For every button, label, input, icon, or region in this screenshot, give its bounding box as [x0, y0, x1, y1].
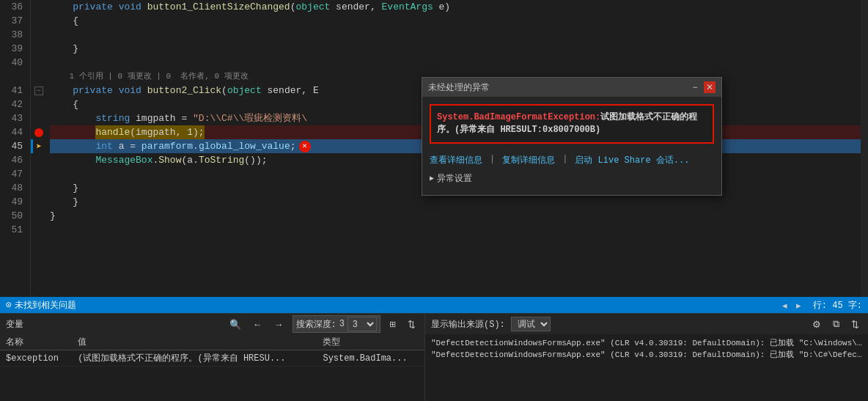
gutter-45: ➤ — [31, 139, 47, 153]
variables-panel: 变量 🔍 ← → 搜索深度: 3 3 5 10 — [0, 314, 425, 401]
line-48: 48 — [6, 181, 23, 195]
gutter-36 — [31, 0, 47, 14]
line-41: 41 — [6, 84, 23, 98]
code-line-50: } — [50, 209, 861, 223]
exception-dialog: 未经处理的异常 − ✕ System.BadImageFormatExcepti… — [422, 77, 722, 196]
warning-icon: ⊙ — [6, 299, 12, 311]
variables-table: 名称 值 类型 $exception (试图加载格式不正确的程序。(异常来自 H… — [0, 334, 424, 401]
output-line-2: "DefectDetectionWindowsFormsApp.exe" (CL… — [431, 349, 862, 361]
nav-back-button[interactable]: ← — [250, 317, 265, 331]
dialog-title: 未经处理的异常 — [428, 81, 490, 94]
line-40: 40 — [6, 56, 23, 70]
line-36: 36 — [6, 0, 23, 14]
exception-settings-label: 异常设置 — [437, 172, 472, 185]
line-42: 42 — [6, 98, 23, 111]
dialog-close-button[interactable]: ✕ — [704, 81, 716, 93]
bottom-area: 变量 🔍 ← → 搜索深度: 3 3 5 10 — [0, 313, 868, 401]
nav-forward-button[interactable]: → — [271, 317, 287, 331]
expand-button[interactable]: ⇅ — [405, 317, 419, 331]
status-nav-right[interactable]: ▸ — [793, 298, 804, 312]
var-name: $exception — [0, 350, 72, 367]
variables-header: 变量 🔍 ← → 搜索深度: 3 3 5 10 — [0, 314, 424, 334]
output-panel: 显示输出来源(S): 调试 ⚙ ⧉ ⇅ "DefectDetectionWind… — [425, 314, 868, 401]
live-share-link[interactable]: 启动 Live Share 会话... — [575, 154, 689, 166]
dialog-minimize-button[interactable]: − — [689, 81, 701, 93]
gutter-41: − — [31, 84, 47, 98]
line-col-text: 行: 45 字: — [813, 299, 862, 312]
gutter-43 — [31, 111, 47, 125]
search-depth-label: 搜索深度: — [296, 318, 336, 331]
editor-gutter: − ➤ — [31, 0, 47, 297]
code-line-40 — [50, 56, 861, 70]
output-copy-btn[interactable]: ⧉ — [830, 317, 842, 331]
line-43: 43 — [6, 111, 23, 125]
variables-toolbar: 🔍 ← → 搜索深度: 3 3 5 10 ⊞ — [227, 315, 419, 333]
line-49: 49 — [6, 195, 23, 209]
editor-area: 36 37 38 39 40 41 42 43 44 45 46 47 48 4… — [0, 0, 868, 297]
gutter-42 — [31, 98, 47, 111]
line-45: 45 — [6, 139, 23, 153]
search-depth-value: 3 — [339, 319, 345, 329]
exception-settings-section[interactable]: ▶ 异常设置 — [430, 169, 714, 188]
output-settings-btn[interactable]: ⚙ — [809, 317, 824, 331]
search-button[interactable]: 🔍 — [227, 317, 244, 331]
gutter-50 — [31, 209, 47, 223]
gutter-37 — [31, 14, 47, 28]
status-nav-left[interactable]: ◂ — [779, 298, 790, 312]
gutter-49 — [31, 195, 47, 209]
output-label: 显示输出来源(S): — [431, 318, 505, 331]
view-details-link[interactable]: 查看详细信息 — [430, 154, 482, 166]
output-content: "DefectDetectionWindowsFormsApp.exe" (CL… — [425, 334, 868, 401]
gutter-48 — [31, 181, 47, 195]
error-box: System.BadImageFormatException:试图加载格式不正确… — [430, 104, 714, 144]
line-37: 37 — [6, 14, 23, 28]
line-41-meta — [6, 70, 23, 84]
dialog-controls: − ✕ — [689, 81, 716, 93]
col-type: 类型 — [317, 334, 424, 350]
code-line-51 — [50, 223, 861, 237]
gutter-47 — [31, 167, 47, 181]
depth-select[interactable]: 3 5 10 — [347, 317, 377, 331]
line-numbers: 36 37 38 39 40 41 42 43 44 45 46 47 48 4… — [0, 0, 31, 297]
pin-button[interactable]: ⊞ — [386, 318, 399, 331]
code-line-38 — [50, 28, 861, 42]
bottom-panels: 变量 🔍 ← → 搜索深度: 3 3 5 10 — [0, 314, 868, 401]
line-44: 44 — [6, 125, 23, 139]
status-line-col: 行: 45 字: — [813, 299, 862, 312]
gutter-40 — [31, 56, 47, 70]
status-issues[interactable]: ⊙ 未找到相关问题 — [6, 299, 76, 312]
editor-scrollbar[interactable] — [861, 0, 868, 297]
status-nav-arrows: ◂ ▸ — [779, 298, 804, 312]
var-value: (试图加载格式不正确的程序。(异常来自 HRESU... — [72, 350, 317, 367]
line-38: 38 — [6, 28, 23, 42]
code-line-37: { — [50, 14, 861, 28]
arrow-indicator: ➤ — [36, 141, 42, 152]
separator-1: | — [490, 154, 495, 166]
error-message: System.BadImageFormatException:试图加载格式不正确… — [437, 111, 707, 136]
output-expand-btn[interactable]: ⇅ — [848, 317, 862, 331]
dialog-body: System.BadImageFormatException:试图加载格式不正确… — [422, 97, 721, 195]
dialog-links: 查看详细信息 | 复制详细信息 | 启动 Live Share 会话... — [430, 151, 714, 169]
gutter-41-meta — [31, 70, 47, 84]
fold-icon[interactable]: − — [34, 87, 43, 95]
current-line-indicator — [31, 139, 33, 153]
line-46: 46 — [6, 153, 23, 167]
gutter-38 — [31, 28, 47, 42]
separator-2: | — [562, 154, 567, 166]
code-line-39: } — [50, 42, 861, 56]
col-value: 值 — [72, 334, 317, 350]
line-50: 50 — [6, 209, 23, 223]
gutter-46 — [31, 153, 47, 167]
gutter-51 — [31, 223, 47, 237]
gutter-44 — [31, 125, 47, 139]
col-name: 名称 — [0, 334, 72, 350]
main-container: 36 37 38 39 40 41 42 43 44 45 46 47 48 4… — [0, 0, 868, 401]
dialog-titlebar: 未经处理的异常 − ✕ — [422, 78, 721, 97]
table-row[interactable]: $exception (试图加载格式不正确的程序。(异常来自 HRESU... … — [0, 350, 424, 367]
output-source-select[interactable]: 调试 — [511, 317, 551, 331]
variables-title: 变量 — [6, 318, 23, 331]
expand-arrow-icon: ▶ — [430, 174, 434, 183]
breakpoint-44[interactable] — [34, 128, 43, 137]
copy-details-link[interactable]: 复制详细信息 — [502, 154, 555, 166]
line-51: 51 — [6, 223, 23, 237]
